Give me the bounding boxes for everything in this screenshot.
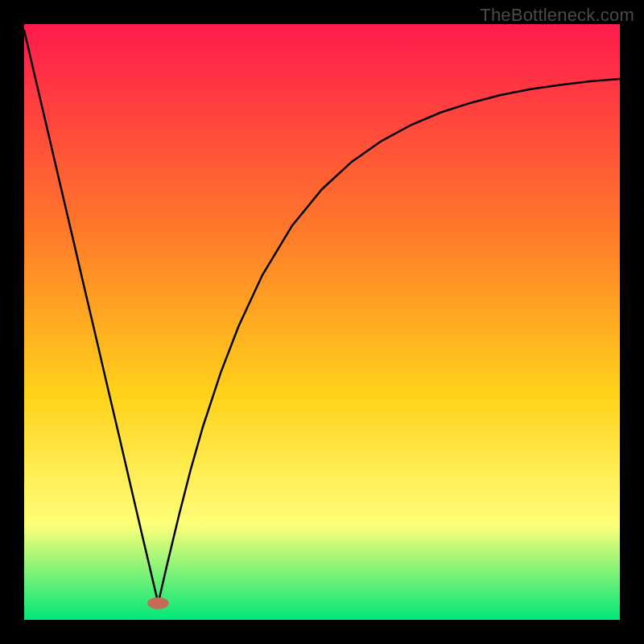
plot-area: [24, 24, 620, 620]
plot-svg: [24, 24, 620, 620]
bottleneck-marker: [147, 597, 169, 609]
watermark-text: TheBottleneck.com: [480, 5, 634, 26]
gradient-background: [24, 24, 620, 620]
chart-frame: TheBottleneck.com: [0, 0, 644, 644]
